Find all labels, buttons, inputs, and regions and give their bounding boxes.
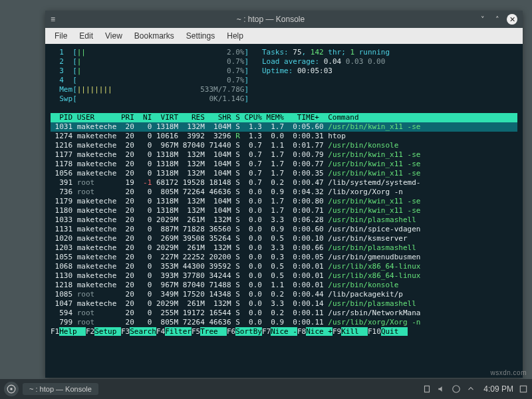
- titlebar[interactable]: ≡ ~ : htop — Konsole ˅ ˄ ✕: [45, 11, 523, 28]
- window-title: ~ : htop — Konsole: [64, 15, 477, 24]
- process-row[interactable]: 1177 maketeche 20 0 1318M 132M 104M S 0.…: [51, 150, 517, 160]
- process-row[interactable]: 1130 maketeche 20 0 393M 37780 34244 S 0…: [51, 271, 517, 281]
- process-row[interactable]: 391 root 19 -1 68172 19528 18148 S 0.7 0…: [51, 178, 517, 188]
- process-row[interactable]: 736 root 20 0 805M 72264 46636 S 0.0 0.9…: [51, 188, 517, 197]
- menu-settings[interactable]: Settings: [181, 29, 220, 43]
- menu-view[interactable]: View: [100, 29, 128, 43]
- process-row[interactable]: 1047 maketeche 20 0 2029M 261M 132M S 0.…: [51, 299, 517, 309]
- show-desktop-icon[interactable]: [519, 384, 528, 394]
- process-row[interactable]: 1216 maketeche 20 0 967M 87040 71440 S 0…: [51, 141, 517, 150]
- taskbar-item-label: ~ : htop — Konsole: [29, 385, 92, 393]
- process-row[interactable]: 1031 maketeche 20 0 1318M 132M 104M S 1.…: [51, 122, 517, 132]
- chevron-up-icon[interactable]: [466, 384, 475, 394]
- system-tray: 4:09 PM: [422, 384, 528, 394]
- menu-bookmarks[interactable]: Bookmarks: [129, 29, 180, 43]
- watermark: wsxdn.com: [490, 369, 527, 376]
- process-row[interactable]: 1131 maketeche 20 0 887M 71828 36560 S 0…: [51, 225, 517, 234]
- process-row[interactable]: 594 root 20 0 255M 19172 16544 S 0.0 0.2…: [51, 309, 517, 318]
- process-row[interactable]: 1179 maketeche 20 0 1318M 132M 104M S 0.…: [51, 197, 517, 206]
- app-menu-icon[interactable]: ≡: [51, 15, 64, 24]
- minimize-icon[interactable]: ˅: [477, 14, 488, 25]
- svg-rect-2: [425, 386, 430, 392]
- svg-point-3: [453, 386, 460, 393]
- process-row[interactable]: 1085 root 20 0 349M 17520 14348 S 0.0 0.…: [51, 290, 517, 299]
- menubar: FileEditViewBookmarksSettingsHelp: [45, 28, 523, 44]
- start-button[interactable]: [4, 382, 19, 396]
- svg-point-1: [10, 388, 13, 390]
- process-row[interactable]: 1180 maketeche 20 0 1318M 132M 104M S 0.…: [51, 206, 517, 215]
- process-row[interactable]: 1020 maketeche 20 0 269M 39508 35264 S 0…: [51, 234, 517, 243]
- clock[interactable]: 4:09 PM: [483, 384, 513, 394]
- terminal[interactable]: 1 [|| 2.0%] Tasks: 75, 142 thr; 1 runnin…: [45, 44, 523, 378]
- maximize-icon[interactable]: ˄: [492, 14, 503, 25]
- process-row[interactable]: 799 root 20 0 805M 72264 46636 S 0.0 0.9…: [51, 318, 517, 327]
- process-row[interactable]: 1218 maketeche 20 0 967M 87040 71488 S 0…: [51, 281, 517, 290]
- process-row[interactable]: 1178 maketeche 20 0 1318M 132M 104M S 0.…: [51, 160, 517, 169]
- process-table-header[interactable]: PID USER PRI NI VIRT RES SHR S CPU% MEM%…: [51, 113, 517, 122]
- menu-file[interactable]: File: [49, 29, 72, 43]
- taskbar: ~ : htop — Konsole 4:09 PM: [0, 379, 532, 399]
- process-row[interactable]: 1033 maketeche 20 0 2029M 261M 132M S 0.…: [51, 215, 517, 225]
- clipboard-icon[interactable]: [422, 384, 432, 394]
- taskbar-item-konsole[interactable]: ~ : htop — Konsole: [23, 383, 98, 395]
- volume-icon[interactable]: [437, 384, 446, 394]
- distro-logo-icon: [7, 384, 16, 394]
- menu-help[interactable]: Help: [221, 29, 249, 43]
- function-keys: F1Help F2Setup F3SearchF4FilterF5Tree F6…: [51, 327, 517, 336]
- process-row[interactable]: 1203 maketeche 20 0 2029M 261M 132M S 0.…: [51, 243, 517, 253]
- process-row[interactable]: 1274 maketeche 20 0 10616 3992 3296 R 1.…: [51, 132, 517, 141]
- svg-rect-4: [520, 386, 526, 392]
- process-row[interactable]: 1055 maketeche 20 0 227M 22252 20200 S 0…: [51, 253, 517, 262]
- close-icon[interactable]: ✕: [507, 14, 517, 25]
- process-row[interactable]: 1056 maketeche 20 0 1318M 132M 104M S 0.…: [51, 169, 517, 178]
- menu-edit[interactable]: Edit: [74, 29, 98, 43]
- process-row[interactable]: 1068 maketeche 20 0 353M 44300 39592 S 0…: [51, 262, 517, 271]
- network-icon[interactable]: [452, 384, 461, 394]
- konsole-window: ≡ ~ : htop — Konsole ˅ ˄ ✕ FileEditViewB…: [45, 11, 523, 378]
